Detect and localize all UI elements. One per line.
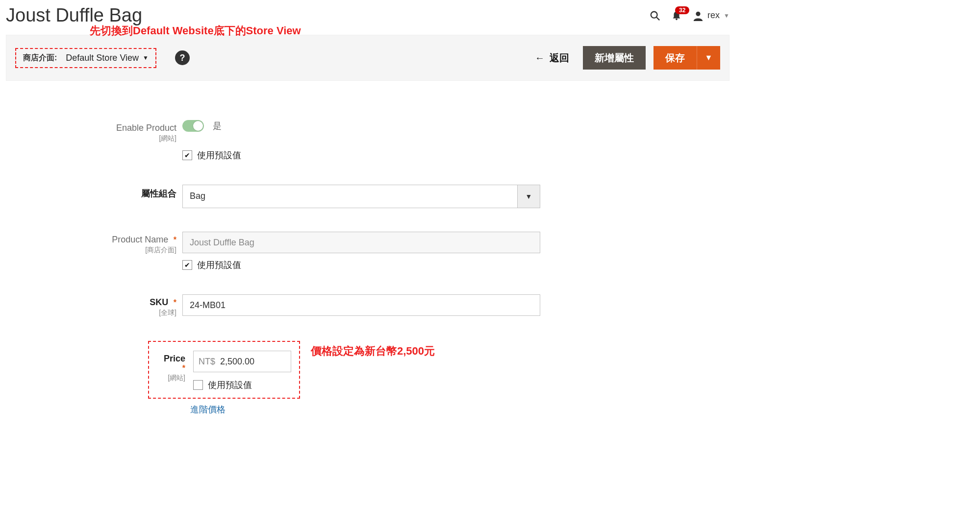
search-icon[interactable]	[650, 10, 660, 21]
price-field[interactable]: NT$ 2,500.00	[193, 351, 291, 372]
user-menu[interactable]: rex ▼	[693, 10, 729, 21]
chevron-down-icon: ▼	[705, 53, 713, 62]
price-use-default-label: 使用預設值	[208, 379, 252, 391]
required-star: *	[182, 364, 185, 372]
page-title: Joust Duffle Bag	[6, 5, 142, 26]
chevron-down-icon: ▼	[143, 54, 149, 61]
sku-scope: [全球]	[6, 309, 176, 317]
user-name: rex	[707, 10, 720, 21]
enable-product-scope: [網站]	[6, 134, 176, 143]
chevron-down-icon: ▼	[724, 12, 729, 19]
svg-line-1	[656, 17, 659, 20]
svg-point-2	[676, 18, 678, 20]
actions-toolbar: 先切換到Default Website底下的Store View 商店介面: D…	[6, 35, 729, 81]
attribute-set-label: 屬性組合	[6, 188, 176, 199]
sku-label: SKU	[150, 297, 168, 307]
required-star: *	[174, 298, 176, 307]
scope-label: 商店介面:	[23, 53, 57, 63]
annotation-price: 價格設定為新台幣2,500元	[311, 344, 435, 359]
enable-product-label: Enable Product	[6, 123, 176, 133]
price-label: Price	[164, 354, 185, 363]
notifications-icon[interactable]: 32	[671, 10, 682, 21]
price-currency: NT$	[199, 357, 215, 367]
save-options-button[interactable]: ▼	[697, 46, 720, 70]
price-use-default-checkbox[interactable]	[193, 380, 203, 390]
save-button[interactable]: 保存	[653, 46, 697, 70]
enable-use-default-checkbox[interactable]	[182, 150, 192, 160]
attribute-set-value: Bag	[183, 185, 517, 208]
advanced-price-link[interactable]: 進階價格	[190, 404, 300, 415]
enable-use-default-label: 使用預設值	[197, 149, 241, 161]
product-name-use-default-checkbox[interactable]	[182, 260, 192, 270]
svg-point-0	[651, 11, 657, 18]
sku-field[interactable]	[182, 294, 540, 316]
add-attribute-button[interactable]: 新增屬性	[583, 46, 646, 70]
attribute-set-select[interactable]: Bag ▼	[182, 185, 540, 208]
chevron-down-icon: ▼	[517, 185, 540, 208]
product-name-label: Product Name	[112, 235, 168, 244]
price-value: 2,500.00	[220, 357, 254, 367]
enable-product-toggle[interactable]	[182, 120, 204, 132]
back-link[interactable]: ← 返回	[535, 51, 569, 65]
notifications-badge: 32	[675, 6, 689, 14]
required-star: *	[174, 236, 176, 244]
user-icon	[693, 10, 704, 21]
arrow-left-icon: ←	[535, 52, 545, 64]
product-name-use-default-label: 使用預設值	[197, 259, 241, 271]
annotation-scope: 先切換到Default Website底下的Store View	[90, 24, 301, 38]
product-name-field[interactable]	[182, 232, 540, 253]
price-scope: [網站]	[157, 374, 185, 383]
svg-point-3	[696, 11, 701, 16]
enable-product-value: 是	[213, 121, 222, 131]
back-label: 返回	[550, 51, 569, 65]
price-annotation-box: Price * [網站] NT$ 2,500.00	[148, 341, 300, 399]
product-name-scope: [商店介面]	[6, 246, 176, 255]
scope-value: Default Store View	[66, 53, 139, 63]
store-scope-switcher[interactable]: 商店介面: Default Store View ▼	[15, 48, 156, 68]
help-icon[interactable]: ?	[175, 50, 190, 65]
